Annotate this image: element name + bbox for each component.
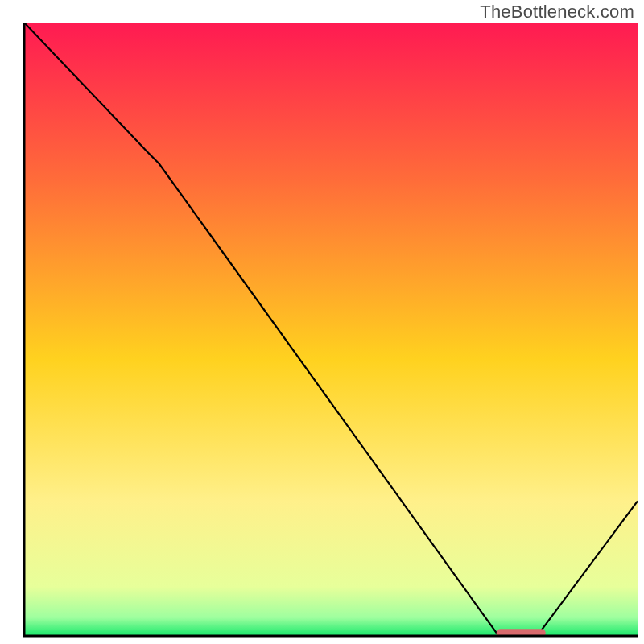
chart-svg [0, 0, 644, 644]
plot-background [24, 23, 638, 636]
bottleneck-chart: TheBottleneck.com [0, 0, 644, 644]
watermark-text: TheBottleneck.com [480, 2, 634, 23]
